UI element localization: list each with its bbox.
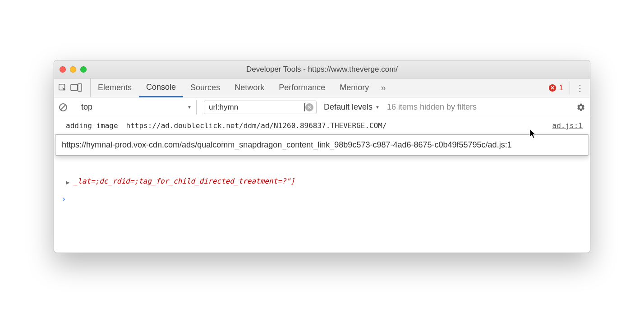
tab-elements[interactable]: Elements	[91, 78, 139, 97]
settings-menu-button[interactable]: ⋮	[570, 83, 590, 92]
log-label: adding image	[66, 120, 118, 132]
clear-console-icon[interactable]	[59, 103, 68, 112]
clear-filter-icon[interactable]: ✕	[305, 103, 313, 111]
error-log-row[interactable]: ▶ _lat=;dc_rdid=;tag_for_child_directed_…	[54, 173, 590, 190]
traffic-lights	[60, 66, 87, 73]
tab-memory[interactable]: Memory	[332, 78, 376, 97]
error-icon: ✕	[549, 84, 556, 92]
titlebar: Developer Tools - https://www.theverge.c…	[54, 60, 590, 78]
zoom-window-button[interactable]	[80, 66, 87, 73]
error-count: 1	[559, 83, 563, 92]
error-text: _lat=;dc_rdid=;tag_for_child_directed_tr…	[73, 175, 294, 187]
window-title: Developer Tools - https://www.theverge.c…	[54, 65, 590, 74]
chevron-down-icon: ▼	[375, 105, 380, 110]
log-row[interactable]: adding image https://ad.doubleclick.net/…	[54, 117, 590, 135]
log-source-link[interactable]: ad.js:1	[552, 120, 583, 132]
context-value: top	[81, 102, 92, 112]
filter-input-wrap: ✕	[204, 101, 317, 114]
disclosure-triangle-icon[interactable]: ▶	[66, 177, 69, 187]
tab-console[interactable]: Console	[139, 79, 183, 97]
text-caret	[304, 103, 305, 111]
svg-line-4	[61, 105, 66, 110]
context-selector[interactable]: top ▼	[75, 100, 197, 115]
mouse-cursor-icon	[529, 128, 537, 144]
chevron-down-icon: ▼	[187, 105, 192, 110]
more-tabs-button[interactable]: »	[381, 83, 386, 93]
source-tooltip: https://hymnal-prod.vox-cdn.com/ads/qual…	[55, 134, 589, 156]
console-toolbar: top ▼ ✕ Default levels ▼ 16 items hidden…	[54, 97, 590, 117]
minimize-window-button[interactable]	[70, 66, 76, 73]
close-window-button[interactable]	[60, 66, 66, 73]
svg-rect-2	[78, 83, 82, 91]
error-badge[interactable]: ✕ 1	[549, 81, 570, 94]
hidden-count-label: 16 items hidden by filters	[387, 102, 477, 112]
svg-rect-1	[71, 84, 78, 90]
prompt-glyph: ›	[61, 194, 66, 203]
device-toggle-icon[interactable]	[70, 83, 82, 93]
tab-network[interactable]: Network	[227, 78, 271, 97]
panel-tabs: Elements Console Sources Network Perform…	[54, 78, 590, 97]
console-settings-icon[interactable]	[576, 103, 585, 112]
filter-input[interactable]	[209, 103, 304, 112]
console-body: adding image https://ad.doubleclick.net/…	[54, 117, 590, 253]
tab-performance[interactable]: Performance	[271, 78, 332, 97]
tab-sources[interactable]: Sources	[183, 78, 227, 97]
levels-label: Default levels	[324, 102, 373, 112]
log-levels-selector[interactable]: Default levels ▼	[324, 102, 380, 112]
console-prompt[interactable]: ›	[54, 190, 590, 208]
inspect-icon[interactable]	[58, 83, 68, 93]
devtools-window: Developer Tools - https://www.theverge.c…	[54, 60, 590, 253]
log-url: https://ad.doubleclick.net/ddm/ad/N1260.…	[126, 120, 387, 132]
